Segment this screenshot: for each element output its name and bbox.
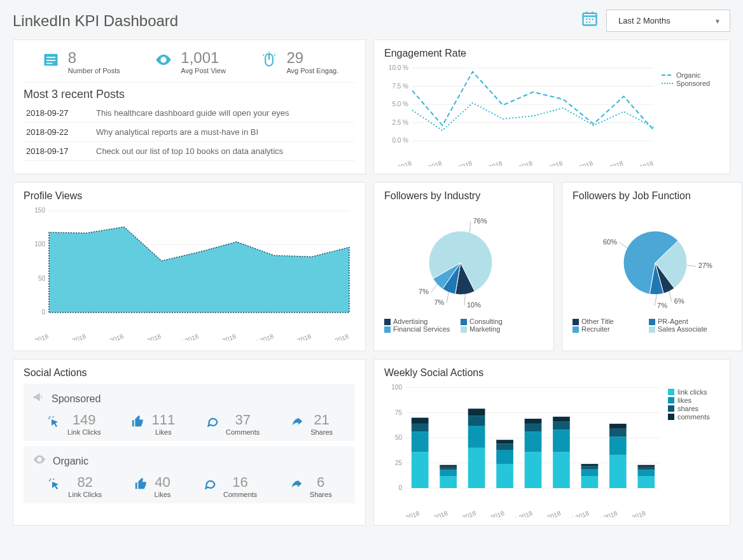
svg-line-68 (655, 295, 656, 306)
svg-rect-122 (637, 470, 655, 476)
click-icon (46, 414, 62, 433)
organic-label: Organic (53, 456, 88, 467)
svg-text:W 33 2018: W 33 2018 (94, 332, 125, 340)
svg-rect-84 (412, 417, 429, 423)
engagement-title: Engagement Rate (384, 48, 719, 59)
table-row: 2018-09-22Why analytical reports are a m… (24, 123, 355, 142)
svg-text:W 33 2018: W 33 2018 (446, 509, 477, 517)
post-date: 2018-09-27 (24, 104, 94, 123)
svg-point-13 (162, 58, 165, 61)
svg-rect-83 (412, 424, 429, 432)
svg-line-66 (669, 291, 672, 302)
recent-posts-title: Most 3 recent Posts (24, 82, 355, 101)
sponsored-likes: 111Likes (130, 412, 175, 436)
kpi-posts: 8Number of Posts (40, 49, 120, 74)
svg-rect-99 (496, 440, 513, 444)
svg-rect-87 (440, 470, 457, 476)
svg-text:W 39 2018: W 39 2018 (623, 159, 655, 166)
svg-point-7 (586, 22, 587, 23)
svg-text:7%: 7% (419, 288, 429, 295)
share-icon (288, 477, 305, 495)
weekly-chart: 0255075100W 31 2018W 32 2018W 33 2018W 3… (384, 384, 664, 517)
sponsored-block: Sponsored 149Link Clicks 111Likes 37Comm… (24, 384, 355, 441)
svg-point-8 (589, 22, 590, 23)
svg-text:27%: 27% (698, 262, 712, 269)
svg-text:7%: 7% (657, 302, 667, 309)
job-title: Followers by Job Function (573, 190, 732, 202)
post-date: 2018-09-22 (24, 123, 94, 142)
svg-rect-101 (525, 452, 542, 488)
svg-text:W 38 2018: W 38 2018 (587, 509, 618, 517)
industry-pie: 76%10%7%7% (384, 207, 543, 315)
svg-line-64 (687, 265, 696, 266)
svg-text:7%: 7% (434, 298, 444, 306)
svg-text:50: 50 (38, 275, 46, 282)
kpi-value: 8 (68, 49, 120, 67)
date-range-select[interactable]: Last 2 Months ▼ (606, 10, 730, 32)
organic-comments: 16Comments (202, 474, 257, 498)
megaphone-icon (31, 390, 46, 408)
eye-icon (153, 51, 174, 73)
job-legend: Other TitlePR-AgentRecruiterSales Associ… (573, 318, 732, 333)
industry-title: Followers by Industry (384, 190, 543, 202)
svg-text:W 36 2018: W 36 2018 (206, 332, 237, 340)
svg-line-54 (469, 221, 470, 232)
share-icon (289, 415, 305, 433)
svg-rect-121 (637, 476, 655, 488)
date-range-label: Last 2 Months (618, 16, 670, 25)
comment-icon (204, 415, 221, 433)
engagement-card: Engagement Rate 0.0 %2.5 %5.0 %7.5 %10.0… (373, 39, 730, 174)
post-text: Why analytical reports are a must-have i… (94, 123, 355, 142)
svg-line-60 (431, 284, 437, 292)
weekly-card: Weekly Social Actions 0255075100W 31 201… (373, 359, 730, 526)
social-title: Social Actions (24, 367, 355, 379)
sponsored-comments: 37Comments (204, 412, 260, 436)
job-card: Followers by Job Function 60%27%6%7% Oth… (562, 182, 742, 351)
svg-rect-111 (581, 476, 599, 488)
svg-rect-119 (609, 424, 627, 429)
page-title: LinkedIn KPI Dashboard (13, 12, 178, 30)
svg-text:7.5 %: 7.5 % (392, 83, 408, 90)
svg-text:0.0 %: 0.0 % (392, 137, 408, 144)
svg-rect-104 (525, 419, 542, 424)
profile-views-title: Profile Views (24, 190, 355, 202)
svg-text:0: 0 (41, 309, 45, 316)
svg-text:W 37 2018: W 37 2018 (244, 332, 275, 340)
sponsored-clicks: 149Link Clicks (46, 412, 101, 436)
svg-rect-96 (496, 464, 513, 488)
recent-posts-table: 2018-09-27This healthcare dashboard guid… (24, 104, 355, 161)
svg-text:W 35 2018: W 35 2018 (169, 332, 200, 340)
svg-rect-107 (553, 430, 570, 452)
svg-rect-94 (468, 409, 485, 416)
posts-summary-card: 8Number of Posts 1,001Avg Post View 29Av… (13, 39, 366, 174)
mouse-icon (258, 51, 280, 73)
svg-rect-116 (609, 455, 627, 488)
click-icon (46, 477, 63, 496)
svg-rect-103 (525, 424, 542, 432)
svg-point-6 (592, 18, 594, 20)
chevron-down-icon: ▼ (714, 18, 721, 25)
job-pie: 60%27%6%7% (573, 207, 732, 315)
svg-text:W 39 2018: W 39 2018 (616, 509, 647, 517)
table-row: 2018-09-27This healthcare dashboard guid… (24, 104, 355, 123)
svg-text:W 38 2018: W 38 2018 (593, 159, 624, 166)
svg-line-56 (464, 294, 465, 305)
svg-text:0: 0 (398, 484, 402, 491)
svg-rect-92 (468, 426, 485, 448)
svg-rect-81 (412, 452, 429, 488)
svg-text:W 31 2018: W 31 2018 (384, 159, 413, 166)
post-date: 2018-09-17 (24, 142, 94, 161)
svg-rect-113 (581, 466, 599, 469)
svg-rect-89 (440, 465, 457, 467)
thumb-up-icon (133, 477, 149, 495)
thumb-up-icon (130, 415, 146, 433)
svg-point-4 (586, 18, 587, 20)
list-icon (40, 51, 62, 73)
legend-likes: likes (668, 396, 710, 404)
svg-rect-98 (496, 444, 513, 449)
weekly-title: Weekly Social Actions (384, 367, 719, 379)
svg-text:6%: 6% (674, 297, 684, 305)
svg-text:W 31 2018: W 31 2018 (389, 509, 420, 517)
svg-rect-124 (637, 465, 655, 467)
calendar-icon[interactable] (581, 10, 599, 32)
